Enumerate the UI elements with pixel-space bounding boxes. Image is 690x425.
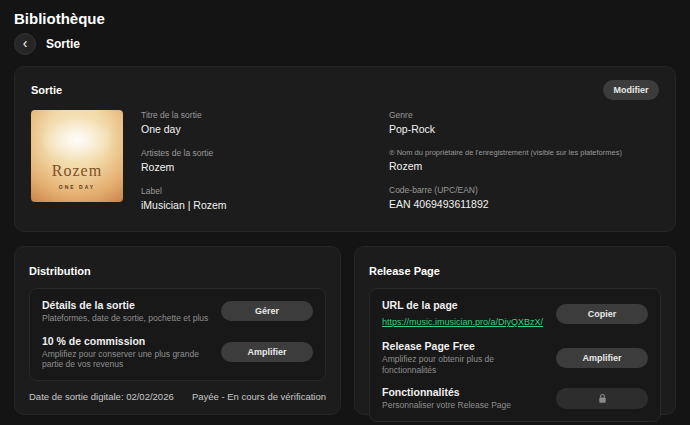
- features-title: Fonctionnalités: [382, 386, 548, 398]
- release-page-title: Release Page: [369, 265, 440, 277]
- field-release-title: Titre de la sortie One day: [141, 110, 389, 135]
- release-card: Sortie Modifier Rozem ONE DAY Titre de l…: [14, 66, 676, 232]
- back-button[interactable]: ‹: [14, 33, 36, 55]
- features-subtitle: Personnaliser votre Release Page: [382, 400, 548, 411]
- release-card-title: Sortie: [31, 84, 62, 96]
- commission-title: 10 % de commission: [42, 335, 213, 347]
- url-title: URL de la page: [382, 299, 548, 311]
- payment-status-text: Payée - En cours de vérification: [192, 391, 326, 402]
- album-art-title: ONE DAY: [31, 184, 123, 190]
- release-date-text: Date de sortie digitale: 02/02/2026: [29, 391, 174, 402]
- manage-button[interactable]: Gérer: [221, 301, 313, 321]
- back-chevron-icon: ‹: [23, 34, 28, 52]
- lock-icon: [597, 393, 608, 404]
- breadcrumb-label: Sortie: [46, 37, 80, 51]
- album-art-artist: Rozem: [31, 162, 123, 180]
- distribution-panel: Détails de la sortie Plateformes, date d…: [29, 288, 326, 381]
- release-page-panel: URL de la page https://music.imusician.p…: [369, 288, 661, 422]
- distribution-row-commission: 10 % de commission Amplifiez pour conser…: [42, 335, 313, 370]
- breadcrumb: ‹ Sortie: [14, 33, 80, 55]
- release-page-card: Release Page URL de la page https://musi…: [354, 246, 676, 415]
- copy-url-button[interactable]: Copier: [556, 304, 648, 324]
- edit-button[interactable]: Modifier: [603, 80, 659, 100]
- library-page: Bibliothèque ‹ Sortie Sortie Modifier Ro…: [0, 0, 690, 425]
- plan-title: Release Page Free: [382, 340, 548, 352]
- features-locked-button[interactable]: [556, 388, 648, 409]
- release-page-link[interactable]: https://music.imusician.pro/a/DiyQXBzX/: [382, 317, 543, 327]
- distribution-card: Distribution Détails de la sortie Platef…: [14, 246, 341, 415]
- field-barcode: Code-barre (UPC/EAN) EAN 4069493611892: [389, 185, 659, 210]
- release-page-row-features: Fonctionnalités Personnaliser votre Rele…: [382, 386, 648, 411]
- distribution-row-details: Détails de la sortie Plateformes, date d…: [42, 299, 313, 324]
- amplify-commission-button[interactable]: Amplifier: [221, 342, 313, 362]
- details-title: Détails de la sortie: [42, 299, 213, 311]
- commission-subtitle: Amplifiez pour conserver une plus grande…: [42, 349, 213, 370]
- album-art: Rozem ONE DAY: [31, 110, 123, 202]
- release-page-row-plan: Release Page Free Amplifiez pour obtenir…: [382, 340, 648, 375]
- amplify-plan-button[interactable]: Amplifier: [556, 348, 648, 368]
- release-page-row-url: URL de la page https://music.imusician.p…: [382, 299, 648, 329]
- phonogram-icon: ℗: [389, 148, 395, 157]
- field-recording-owner: ℗ Nom du propriétaire de l'enregistremen…: [389, 148, 659, 172]
- field-release-label: Label iMusician | Rozem: [141, 186, 389, 211]
- field-genre: Genre Pop-Rock: [389, 110, 659, 135]
- details-subtitle: Plateformes, date de sortie, pochette et…: [42, 313, 213, 324]
- plan-subtitle: Amplifiez pour obtenir plus de fonctionn…: [382, 354, 548, 375]
- distribution-title: Distribution: [29, 265, 91, 277]
- field-release-artists: Artistes de la sortie Rozem: [141, 148, 389, 173]
- release-fields: Titre de la sortie One day Artistes de l…: [141, 110, 659, 211]
- page-title: Bibliothèque: [14, 10, 105, 27]
